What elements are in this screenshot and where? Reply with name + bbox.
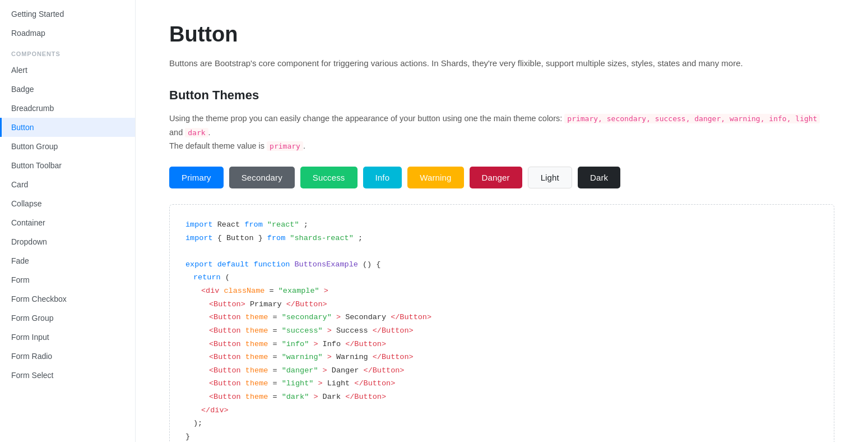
demo-button-info[interactable]: Info <box>363 167 402 188</box>
theme-desc-text1: Using the theme prop you can easily chan… <box>169 114 562 123</box>
sidebar-item-form-radio[interactable]: Form Radio <box>0 347 135 366</box>
sidebar-item-form[interactable]: Form <box>0 270 135 289</box>
code-block: import React from "react" ; import { But… <box>169 204 834 442</box>
demo-button-success[interactable]: Success <box>300 167 358 188</box>
sidebar-item-card[interactable]: Card <box>0 175 135 194</box>
sidebar-item-form-group[interactable]: Form Group <box>0 309 135 328</box>
sidebar-item-fade[interactable]: Fade <box>0 251 135 270</box>
sidebar-item-form-select[interactable]: Form Select <box>0 366 135 385</box>
theme-description: Using the theme prop you can easily chan… <box>169 112 834 153</box>
sidebar-item-dropdown[interactable]: Dropdown <box>0 232 135 251</box>
page-title: Button <box>169 22 834 47</box>
sidebar-item-collapse[interactable]: Collapse <box>0 194 135 213</box>
demo-button-warning[interactable]: Warning <box>407 167 463 188</box>
sidebar-item-badge[interactable]: Badge <box>0 80 135 99</box>
theme-colors-code: primary, secondary, success, danger, war… <box>564 114 820 123</box>
theme-desc-text2: The default theme value is <box>169 141 264 150</box>
sidebar-item-button-toolbar[interactable]: Button Toolbar <box>0 156 135 175</box>
demo-button-primary[interactable]: Primary <box>169 167 224 188</box>
sidebar-item-form-checkbox[interactable]: Form Checkbox <box>0 289 135 309</box>
sidebar-item-form-input[interactable]: Form Input <box>0 328 135 347</box>
demo-button-light[interactable]: Light <box>528 167 572 188</box>
sidebar: Getting Started Roadmap COMPONENTS Alert… <box>0 0 136 442</box>
button-demo-row: Primary Secondary Success Info Warning D… <box>169 167 834 188</box>
main-content: Button Buttons are Bootstrap's core comp… <box>136 0 868 442</box>
demo-button-dark[interactable]: Dark <box>578 167 620 188</box>
demo-button-secondary[interactable]: Secondary <box>229 167 295 188</box>
sidebar-item-button-group[interactable]: Button Group <box>0 137 135 156</box>
sidebar-item-container[interactable]: Container <box>0 213 135 232</box>
sidebar-section-components: COMPONENTS <box>0 43 135 61</box>
sidebar-item-button[interactable]: Button <box>0 118 135 137</box>
sidebar-item-getting-started[interactable]: Getting Started <box>0 4 135 24</box>
section-title-button-themes: Button Themes <box>169 88 834 103</box>
sidebar-item-roadmap[interactable]: Roadmap <box>0 24 135 43</box>
page-description: Buttons are Bootstrap's core component f… <box>169 57 834 70</box>
theme-default-code: primary <box>267 141 303 151</box>
theme-dark-code: dark <box>185 128 208 137</box>
demo-button-danger[interactable]: Danger <box>470 167 522 188</box>
sidebar-item-alert[interactable]: Alert <box>0 61 135 80</box>
theme-and: and <box>169 128 183 137</box>
sidebar-item-breadcrumb[interactable]: Breadcrumb <box>0 99 135 118</box>
